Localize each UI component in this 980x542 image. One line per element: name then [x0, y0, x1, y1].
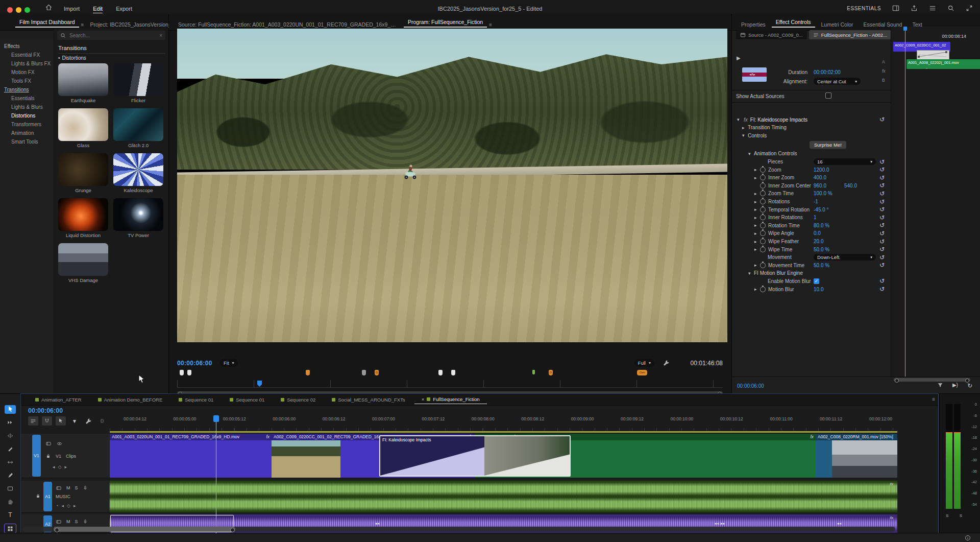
stopwatch-icon[interactable] [760, 207, 766, 213]
timeline-playhead[interactable] [216, 415, 216, 533]
list-icon[interactable] [929, 5, 936, 12]
nav-item[interactable]: Tools FX [0, 77, 54, 85]
fx-badge-icon[interactable]: fx [266, 434, 270, 440]
playback-resolution-dropdown[interactable]: Full▾ [634, 359, 654, 367]
work-area-bar[interactable] [110, 431, 897, 433]
sequence-tab[interactable]: × FullSequence_Fiction [414, 395, 487, 404]
insert-patch-icon[interactable] [56, 519, 62, 525]
sequence-tab[interactable]: × Animation Demo_BEFORE [91, 395, 170, 404]
nav-item[interactable]: Motion FX [0, 68, 54, 77]
program-video-viewport[interactable] [177, 29, 727, 342]
reset-icon[interactable]: ↺ [879, 191, 885, 196]
rectangle-tool[interactable] [5, 484, 16, 493]
nest-toggle-icon[interactable] [28, 416, 38, 426]
param-value[interactable]: 10.0 [814, 287, 823, 292]
scrollbar-handle-left[interactable] [895, 379, 899, 383]
reset-icon[interactable]: ↺ [879, 215, 885, 220]
alignment-dropdown[interactable]: Center at Cut▾ [814, 78, 861, 85]
track-name-v1[interactable]: V1 [56, 454, 61, 459]
panel-menu-icon[interactable]: ≡ [81, 22, 84, 28]
info-icon[interactable] [965, 535, 971, 541]
sequence-marker[interactable] [187, 370, 191, 375]
effect-thumbnail[interactable] [113, 198, 163, 231]
timeline-clip[interactable]: A002_C008_0220RM_001.mov [150%]fx [816, 434, 897, 478]
keyframe-nav[interactable]: ◂◇▸ [53, 464, 70, 469]
reset-icon[interactable]: ↺ [879, 287, 885, 292]
effect-item[interactable]: VHS Damage [58, 243, 108, 283]
param-value[interactable]: -1 [814, 199, 818, 204]
tab-film-impact-dashboard[interactable]: Film Impact Dashboard [15, 19, 79, 28]
nav-item[interactable]: Lights & Blurs FX [0, 59, 54, 68]
add-marker-icon[interactable]: ▼ [69, 416, 80, 426]
panel-tab[interactable]: Properties [737, 21, 770, 28]
nav-item[interactable]: Smart Tools [0, 137, 54, 146]
close-tab-icon[interactable]: × [422, 396, 425, 402]
stopwatch-icon[interactable] [760, 239, 766, 244]
reset-icon[interactable]: ↺ [879, 263, 885, 268]
sequence-marker[interactable] [362, 370, 366, 375]
scrollbar-zoom-left[interactable] [55, 528, 59, 532]
group-label[interactable]: FI Motion Blur Engine [754, 270, 803, 276]
effect-item[interactable]: Liquid Distortion [58, 198, 108, 238]
chevron-icon[interactable]: ▸ [754, 239, 760, 244]
monitor-playhead[interactable] [257, 381, 262, 387]
fx-badge-icon[interactable]: fx [890, 515, 893, 520]
sequence-marker[interactable]: G [375, 370, 379, 375]
type-tool[interactable]: T [5, 510, 16, 519]
insert-patch-icon[interactable] [56, 485, 62, 491]
stopwatch-icon[interactable] [760, 199, 766, 204]
timeline-clip[interactable]: A001_A003_0220UN_001_01_REC709_GRADED_16… [110, 434, 272, 478]
slip-tool[interactable] [5, 458, 16, 466]
chevron-icon[interactable]: ▸ [754, 263, 760, 268]
chevron-icon[interactable]: ▾ [748, 271, 754, 276]
solo-button[interactable]: S [75, 485, 78, 490]
nav-item[interactable]: Transitions [0, 85, 54, 94]
tab-program-monitor[interactable]: Program: FullSequence_Fiction [404, 19, 487, 28]
effect-thumbnail[interactable] [58, 108, 108, 141]
lock-icon[interactable] [45, 453, 51, 459]
param-value[interactable]: 20.0 [814, 239, 823, 244]
sequence-tab[interactable]: × Sequence 01 [223, 395, 272, 404]
source-patch-v1[interactable]: V1 [32, 435, 41, 477]
linked-selection-icon[interactable] [56, 416, 66, 426]
play-around-icon[interactable]: ▶) [952, 382, 958, 389]
group-label[interactable]: Controls [748, 133, 767, 138]
param-value-2[interactable]: 540.0 [844, 183, 857, 188]
subtab-source[interactable]: Source - A002_C009_0... [736, 30, 807, 39]
surprise-me-button[interactable]: Surprise Me! [810, 141, 846, 149]
zoom-level-dropdown[interactable]: Fit▾ [220, 359, 238, 367]
param-value[interactable]: 50.0 % [814, 247, 829, 252]
fx-badge-icon[interactable]: fx [890, 482, 893, 486]
tab-source-monitor[interactable]: Source: FullSequence_Fiction: A001_A003_… [174, 21, 402, 28]
loop-icon[interactable]: ↻ [967, 382, 972, 389]
track-label-a1[interactable]: MUSIC [56, 494, 70, 499]
show-actual-sources-checkbox[interactable] [825, 92, 831, 99]
param-value[interactable]: 1200.0 [814, 167, 829, 173]
reset-icon[interactable]: ↺ [879, 159, 885, 164]
lock-icon[interactable] [35, 493, 41, 499]
param-value[interactable]: 0.0 [814, 230, 821, 236]
effect-thumbnail[interactable] [113, 153, 163, 186]
panel-tab[interactable]: Lumetri Color [817, 21, 857, 28]
sequence-marker[interactable]: Gen [637, 370, 647, 375]
chevron-down-icon[interactable]: ▾ [737, 117, 743, 122]
nav-item[interactable]: Lights & Blurs [0, 103, 54, 111]
scrollbar-handle[interactable] [54, 527, 235, 532]
effect-thumbnail[interactable] [113, 108, 163, 141]
eye-icon[interactable] [56, 441, 63, 446]
timeline-timecode[interactable]: 00:00:06:00 [28, 407, 63, 414]
captions-icon[interactable]: ⟨⟩ [97, 416, 107, 426]
source-patch-a1[interactable]: A1 [43, 482, 52, 511]
group-label[interactable]: Transition Timing [748, 125, 787, 130]
stopwatch-icon[interactable] [760, 223, 766, 228]
sequence-marker[interactable] [532, 370, 535, 374]
panel-menu-icon[interactable]: ≡ [489, 22, 492, 28]
sequence-marker[interactable] [180, 370, 184, 375]
effect-header-row[interactable]: ▾ fx FI: Kaleidoscope Impacts ↺ [732, 115, 891, 124]
button-grid-tool[interactable] [4, 524, 16, 533]
panel-menu-icon[interactable]: ≡ [932, 396, 935, 402]
effect-item[interactable]: Flicker [113, 63, 163, 103]
mini-timeline-playhead[interactable] [905, 27, 905, 377]
workspaces-icon[interactable] [892, 5, 899, 12]
stopwatch-icon[interactable] [760, 191, 766, 196]
